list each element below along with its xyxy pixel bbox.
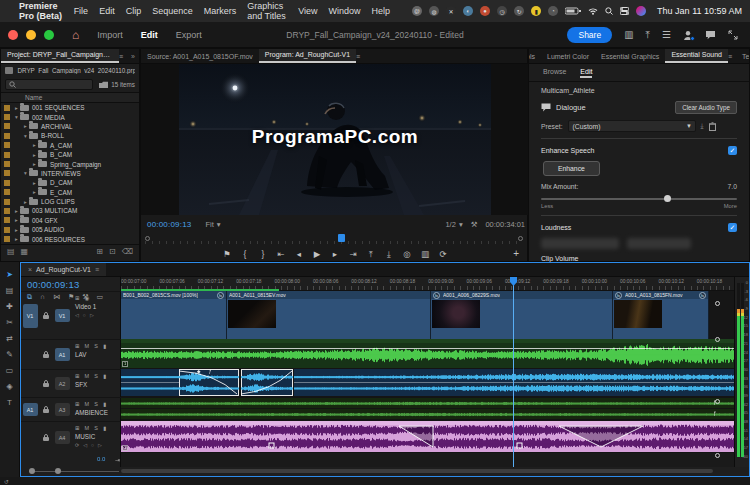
disclosure-chevron-icon[interactable]: ▸ [22, 199, 29, 205]
transport-button[interactable]: ⚑ [223, 249, 232, 259]
transport-button[interactable]: ◂ [295, 249, 304, 259]
insert-icon[interactable]: ⊞ [75, 343, 80, 349]
disclosure-chevron-icon[interactable]: ▸ [31, 142, 38, 148]
menu-window[interactable]: Window [329, 6, 361, 16]
label-color-chip[interactable] [4, 123, 10, 129]
siri-icon[interactable] [636, 6, 646, 16]
label-color-chip[interactable] [4, 199, 10, 205]
audio-clip-music[interactable]: 1 ƒ [121, 421, 736, 452]
zoom-handle-left[interactable] [29, 468, 35, 474]
fx-icon[interactable]: ƒ [713, 411, 716, 416]
disclosure-chevron-icon[interactable]: ▸ [22, 123, 29, 129]
label-color-chip[interactable] [4, 236, 10, 242]
track-name[interactable]: AMBIENCE [75, 409, 121, 416]
quick-export-icon[interactable]: ⤒ [646, 29, 650, 41]
bin-row[interactable]: ▸ 005 AUDIO [1, 225, 139, 234]
slip-tool[interactable]: ⇄ [6, 334, 13, 343]
audio-clip-ambience[interactable]: ƒ [121, 409, 736, 419]
status-app-icon[interactable]: ↻ [514, 6, 524, 16]
ripple-edit-tool[interactable]: ✚ [6, 302, 13, 311]
essential-graphics-tab[interactable]: Essential Graphics [595, 51, 665, 63]
tab-import[interactable]: Import [97, 30, 123, 40]
bin-row[interactable]: ▸ 001 SEQUENCES [1, 103, 139, 112]
playhead-line[interactable] [513, 277, 514, 467]
program-timecode[interactable]: 00:00:09:13 [147, 220, 191, 229]
project-panel-tab[interactable]: Project: DRYP_Fall_Campaign_v24_20240110 [1, 49, 119, 63]
track-mute-button[interactable]: M [85, 373, 90, 379]
program-scrubber[interactable] [145, 234, 523, 244]
zoom-scrollbar[interactable] [29, 470, 119, 473]
menu-edit[interactable]: Edit [99, 6, 115, 16]
track-solo-button[interactable]: S [94, 343, 98, 349]
minimize-window-button[interactable] [26, 30, 36, 40]
target-patch-a2[interactable]: A2 [55, 377, 70, 390]
scrubber-end-handle[interactable] [518, 236, 523, 241]
transport-button[interactable]: ⇥ [349, 249, 358, 259]
audio-clip-ambience[interactable]: ƒ [121, 398, 736, 408]
lock-icon[interactable] [43, 434, 49, 441]
label-color-chip[interactable] [4, 217, 10, 223]
transport-button[interactable]: ⤓ [385, 249, 394, 260]
bin-icon[interactable] [99, 81, 108, 88]
name-column-header[interactable]: Name [1, 92, 139, 103]
label-color-chip[interactable] [4, 133, 10, 139]
keyframe-value[interactable]: 0.0 [97, 456, 105, 462]
hand-tool[interactable]: ◈ [6, 382, 12, 391]
target-patch-v1[interactable]: V1 [55, 309, 70, 322]
transport-button[interactable]: ▶ [313, 249, 322, 259]
transport-button[interactable]: { [241, 249, 250, 259]
prev-keyframe-icon[interactable]: ◁ [75, 312, 79, 318]
delete-icon[interactable]: ⌫ [122, 247, 133, 256]
disclosure-chevron-icon[interactable]: ▾ [13, 114, 20, 120]
bin-row[interactable]: ▸ LOG CLIPS [1, 197, 139, 206]
transport-button[interactable]: ▥ [421, 249, 430, 259]
voiceover-mic-icon[interactable]: ▮ [103, 425, 106, 431]
fullscreen-icon[interactable] [728, 30, 738, 40]
go-to-end-icon[interactable]: ⇥ [115, 456, 120, 463]
video-clip[interactable]: B001_B002_0815CS.mov [100%]fx [121, 291, 227, 339]
rectangle-tool[interactable]: ▭ [6, 366, 14, 375]
share-button[interactable]: Share [567, 27, 612, 43]
bin-row[interactable]: ▸ 004 GFX [1, 216, 139, 225]
audio-clip-lav[interactable]: 1 [121, 339, 736, 368]
disclosure-chevron-icon[interactable]: ▸ [13, 227, 20, 233]
insert-icon[interactable]: ⊞ [75, 401, 80, 407]
bin-row[interactable]: ▸ 003 MULTICAM [1, 206, 139, 215]
status-app-icon[interactable]: @ [412, 6, 422, 16]
add-keyframe-icon[interactable]: ○ [83, 312, 86, 318]
panel-menu-icon[interactable]: ≡ [95, 266, 99, 273]
sequence-tab[interactable]: × Ad_RoughCut-V1 ≡ [21, 263, 106, 276]
label-color-chip[interactable] [4, 189, 10, 195]
bin-row[interactable]: ▾ INTERVIEWS [1, 169, 139, 178]
video-frame[interactable]: ProgramaPC.com [179, 64, 491, 215]
track-name[interactable]: SFX [75, 381, 121, 388]
transport-button[interactable]: ⤒ [367, 249, 376, 260]
icon-view-icon[interactable]: ▦ [21, 247, 29, 256]
status-app-icon[interactable]: ▮ [531, 6, 541, 16]
status-app-icon[interactable]: ● [480, 6, 490, 16]
lock-icon[interactable] [43, 380, 49, 387]
pen-tool[interactable]: ✎ [6, 350, 13, 359]
audio-clip-sfx-selected[interactable]: ◆ ƒ [179, 369, 239, 396]
track-solo-button[interactable]: S [94, 401, 98, 407]
bin-row[interactable]: ▸ 006 RESOURCES [1, 234, 139, 243]
panel-menu-icon[interactable]: ≡ [356, 53, 364, 63]
close-icon[interactable]: × [28, 266, 32, 273]
status-app-icon[interactable]: ◐ [463, 6, 473, 16]
status-app-icon[interactable]: ◷ [497, 6, 507, 16]
label-color-chip[interactable] [4, 142, 10, 148]
keyframe-type-icon[interactable]: ⟳ [75, 442, 79, 448]
track-visibility-icon[interactable]: ◉ [85, 295, 90, 301]
disclosure-chevron-icon[interactable]: ▾ [22, 133, 29, 139]
source-monitor-tab[interactable]: Source: A001_A015_0815OF.mov [141, 51, 259, 63]
video-clip[interactable]: fxA001_A006_08229S.mov [431, 291, 613, 339]
transport-button[interactable]: } [259, 249, 268, 259]
enhance-speech-checkbox[interactable]: ✓ [728, 146, 737, 155]
status-app-icon[interactable]: ◍ [429, 6, 439, 16]
save-preset-icon[interactable]: ⤓ [701, 122, 704, 130]
new-bin-icon[interactable]: ⊞ [96, 247, 103, 256]
status-app-icon[interactable]: ✕ [446, 6, 456, 16]
razor-tool[interactable]: ✂ [6, 318, 13, 327]
mix-amount-value[interactable]: 7.0 [728, 183, 737, 190]
close-window-button[interactable] [8, 30, 18, 40]
